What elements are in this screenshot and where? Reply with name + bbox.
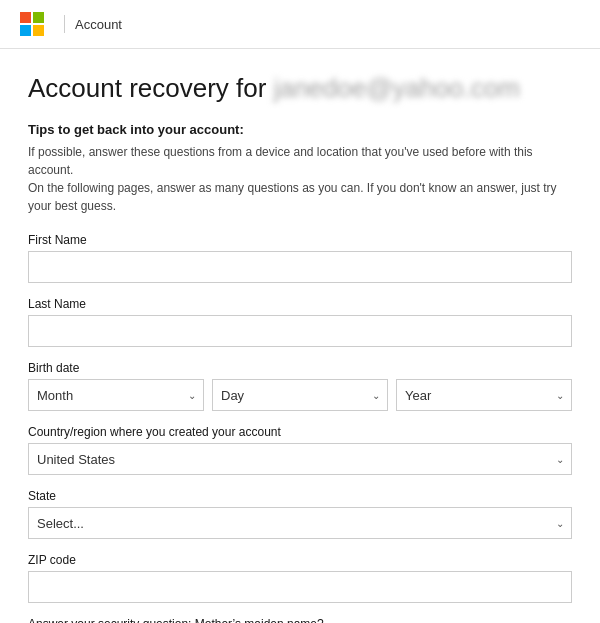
birth-date-group: Birth date Month JanuaryFebruaryMarch Ap… <box>28 361 572 411</box>
zip-label: ZIP code <box>28 553 572 567</box>
tips-text: If possible, answer these questions from… <box>28 143 572 215</box>
tips-line1: If possible, answer these questions from… <box>28 145 533 177</box>
country-label: Country/region where you created your ac… <box>28 425 572 439</box>
page-title-email: janedoe@yahoo.com <box>274 73 520 103</box>
header-divider <box>64 15 65 33</box>
page-title-static: Account recovery for <box>28 73 266 103</box>
day-select-wrap: Day 12345 678910 1112131415 1617181920 2… <box>212 379 388 411</box>
page-title: Account recovery for janedoe@yahoo.com <box>28 73 572 104</box>
first-name-input[interactable] <box>28 251 572 283</box>
tips-section: Tips to get back into your account: If p… <box>28 122 572 215</box>
birth-date-row: Month JanuaryFebruaryMarch AprilMayJune … <box>28 379 572 411</box>
month-select[interactable]: Month JanuaryFebruaryMarch AprilMayJune … <box>28 379 204 411</box>
birth-date-label: Birth date <box>28 361 572 375</box>
first-name-label: First Name <box>28 233 572 247</box>
tips-heading: Tips to get back into your account: <box>28 122 572 137</box>
state-select-wrap: Select... ⌄ <box>28 507 572 539</box>
main-content: Account recovery for janedoe@yahoo.com T… <box>0 49 600 623</box>
state-label: State <box>28 489 572 503</box>
state-group: State Select... ⌄ <box>28 489 572 539</box>
tips-line2: On the following pages, answer as many q… <box>28 181 557 213</box>
month-select-wrap: Month JanuaryFebruaryMarch AprilMayJune … <box>28 379 204 411</box>
first-name-group: First Name <box>28 233 572 283</box>
microsoft-logo <box>20 12 44 36</box>
last-name-label: Last Name <box>28 297 572 311</box>
zip-input[interactable] <box>28 571 572 603</box>
zip-group: ZIP code <box>28 553 572 603</box>
year-select[interactable]: Year <box>396 379 572 411</box>
header: Account <box>0 0 600 49</box>
year-select-wrap: Year ⌄ <box>396 379 572 411</box>
country-group: Country/region where you created your ac… <box>28 425 572 475</box>
country-select-wrap: United States ⌄ <box>28 443 572 475</box>
state-select[interactable]: Select... <box>28 507 572 539</box>
security-label: Answer your security question: Mother’s … <box>28 617 572 623</box>
page-container: Account Account recovery for janedoe@yah… <box>0 0 600 623</box>
last-name-group: Last Name <box>28 297 572 347</box>
day-select[interactable]: Day 12345 678910 1112131415 1617181920 2… <box>212 379 388 411</box>
header-account-label: Account <box>75 17 122 32</box>
country-select[interactable]: United States <box>28 443 572 475</box>
last-name-input[interactable] <box>28 315 572 347</box>
security-group: Answer your security question: Mother’s … <box>28 617 572 623</box>
